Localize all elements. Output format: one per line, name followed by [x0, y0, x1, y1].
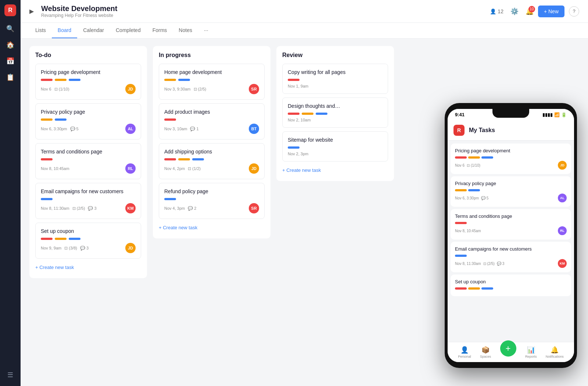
task-meta: Nov 3, 9:30am ⊡ (2/5) SR [164, 84, 259, 94]
task-date: Nov 4, 3pm [164, 206, 185, 210]
task-title: Home page development [164, 69, 259, 75]
task-subtask: ⊡ (2/5) [72, 206, 85, 211]
phone-task-card[interactable]: Privacy policy page Nov 6, 3:30pm 💬 5 AL [451, 176, 571, 207]
task-card[interactable]: Set up coupon Nov 9, 9am ⊡ (3/8) 💬 3 JD [35, 223, 141, 259]
task-date: Nov 8, 11:30am [455, 262, 481, 266]
tab-calendar[interactable]: Calendar [77, 23, 110, 38]
sidebar-item-calendar[interactable]: 📅 [4, 54, 17, 68]
phone-task-card[interactable]: Email campaigns for new customers Nov 8,… [451, 242, 571, 272]
phone-fab-button[interactable]: + [500, 340, 516, 357]
tag-yellow [178, 158, 190, 160]
avatar: SR [249, 203, 259, 213]
column-review-title: Review [282, 52, 388, 59]
tab-completed[interactable]: Completed [110, 23, 147, 38]
tag-yellow [164, 79, 176, 81]
task-title: Email campaigns for new customers [41, 188, 136, 194]
create-task-review[interactable]: + Create new task [282, 165, 321, 175]
task-card[interactable]: Email campaigns for new customers Nov 8,… [35, 183, 141, 219]
phone-nav-spaces[interactable]: 📦 Spaces [480, 346, 491, 358]
phone-frame: 9:41 ▮▮▮▮ 📶 🔋 R My Tasks Pricing page de… [445, 103, 577, 368]
task-meta: Nov 2, 10am [288, 118, 383, 122]
phone-task-meta: Nov 8, 10:45am RL [455, 226, 567, 235]
battery-icon: 🔋 [561, 112, 567, 117]
tab-forms[interactable]: Forms [147, 23, 173, 38]
task-subtask: ⊡ (2/5) [194, 87, 207, 92]
tab-more[interactable]: ··· [198, 23, 214, 38]
task-meta: Nov 9, 9am ⊡ (3/8) 💬 3 JD [41, 243, 136, 253]
task-meta: Nov 4, 3pm 💬 2 SR [164, 203, 259, 213]
header-left: ▶ Website Development Revamping Help For… [29, 4, 117, 18]
sidebar-logo[interactable]: R [4, 4, 16, 16]
task-card[interactable]: Design thoughts and… Nov 2, 10am [282, 98, 388, 128]
task-date: Nov 6 [455, 163, 465, 167]
phone-task-info: Nov 6, 3:30pm 💬 5 [455, 196, 488, 200]
task-meta: Nov 8, 11:30am ⊡ (2/5) 💬 3 KM [41, 203, 136, 213]
task-card[interactable]: Terms and conditions page Nov 8, 10:45am… [35, 143, 141, 179]
tag-red [288, 113, 300, 115]
phone-task-title: Terms and conditions page [455, 213, 567, 219]
task-date: Nov 8, 10:45am [41, 166, 69, 171]
phone-task-info: Nov 6 ⊡ (1/10) [455, 163, 480, 167]
sidebar-item-home[interactable]: 🏠 [4, 38, 17, 52]
phone-nav-reports[interactable]: 📊 Reports [525, 346, 537, 358]
task-comments: 💬 5 [70, 127, 79, 131]
task-date: Nov 4, 2pm [164, 166, 185, 171]
task-card[interactable]: Add product images Nov 3, 10am 💬 1 BT [159, 103, 265, 139]
personal-icon: 👤 [460, 346, 469, 354]
task-date: Nov 2, 3pm [288, 152, 308, 156]
phone-task-card[interactable]: Pricing page development Nov 6 ⊡ (1/10) … [451, 144, 571, 174]
task-card[interactable]: Add shipping options Nov 4, 2pm ⊡ (1/2) … [159, 143, 265, 179]
tag-red [41, 158, 53, 160]
task-info: Nov 3, 10am 💬 1 [164, 127, 199, 131]
column-review: Review Copy writing for all pages Nov 1,… [276, 46, 394, 181]
phone-screen: 9:41 ▮▮▮▮ 📶 🔋 R My Tasks Pricing page de… [448, 109, 574, 362]
sidebar-item-tasks[interactable]: 📋 [4, 71, 17, 84]
tag-red [288, 79, 300, 81]
tag-blue [178, 79, 190, 81]
task-info: Nov 4, 3pm 💬 2 [164, 206, 196, 211]
task-card[interactable]: Copy writing for all pages Nov 1, 9am [282, 64, 388, 94]
sidebar-item-search[interactable]: 🔍 [4, 22, 17, 35]
task-title: Add shipping options [164, 149, 259, 155]
task-tags [288, 113, 383, 115]
phone-logo: R [453, 125, 465, 136]
tab-lists[interactable]: Lists [29, 23, 52, 38]
task-comments: 💬 2 [188, 206, 196, 211]
create-task-inprogress[interactable]: + Create new task [159, 223, 197, 233]
phone-avatar: KM [558, 259, 567, 268]
task-card[interactable]: Home page development Nov 3, 9:30am ⊡ (2… [159, 64, 265, 100]
avatar: KM [125, 203, 136, 213]
task-title: Add product images [164, 109, 259, 115]
tab-board[interactable]: Board [52, 23, 77, 38]
task-title: Design thoughts and… [288, 103, 383, 109]
task-info: Nov 4, 2pm ⊡ (1/2) [164, 166, 201, 171]
task-meta: Nov 3, 10am 💬 1 BT [164, 124, 259, 134]
task-card[interactable]: Sitemap for website Nov 2, 3pm [282, 131, 388, 162]
nav-notifications-label: Notifications [546, 355, 564, 358]
task-date: Nov 8, 11:30am [41, 206, 69, 210]
spaces-icon: 📦 [481, 346, 490, 354]
create-task-todo[interactable]: + Create new task [35, 262, 74, 272]
tag-yellow [468, 156, 480, 159]
phone-task-card[interactable]: Set up coupon [451, 275, 571, 296]
task-date: Nov 1, 9am [288, 84, 308, 88]
task-title: Refund policy page [164, 188, 259, 194]
tag-blue [481, 156, 493, 159]
tag-red [164, 118, 176, 121]
task-title: Terms and conditions page [41, 149, 136, 155]
tag-blue [41, 198, 53, 200]
task-card[interactable]: Privacy policy page Nov 6, 3:30pm 💬 5 AL [35, 103, 141, 139]
task-date: Nov 9, 9am [41, 246, 61, 250]
tag-blue [468, 189, 480, 191]
phone-overlay: 9:41 ▮▮▮▮ 📶 🔋 R My Tasks Pricing page de… [448, 0, 588, 386]
tab-notes[interactable]: Notes [173, 23, 198, 38]
task-tags [41, 198, 136, 200]
task-card[interactable]: Refund policy page Nov 4, 3pm 💬 2 SR [159, 183, 265, 219]
phone-task-card[interactable]: Terms and conditions page Nov 8, 10:45am… [451, 209, 571, 240]
task-card[interactable]: Pricing page development Nov 6 ⊡ (1/10) … [35, 64, 141, 100]
nav-arrow[interactable]: ▶ [29, 8, 37, 15]
phone-nav-notifications[interactable]: 🔔 Notifications [546, 346, 564, 358]
task-subtask: ⊡ (3/8) [64, 246, 77, 251]
phone-nav-personal[interactable]: 👤 Personal [458, 346, 471, 358]
sidebar-item-menu[interactable]: ☰ [4, 368, 17, 382]
